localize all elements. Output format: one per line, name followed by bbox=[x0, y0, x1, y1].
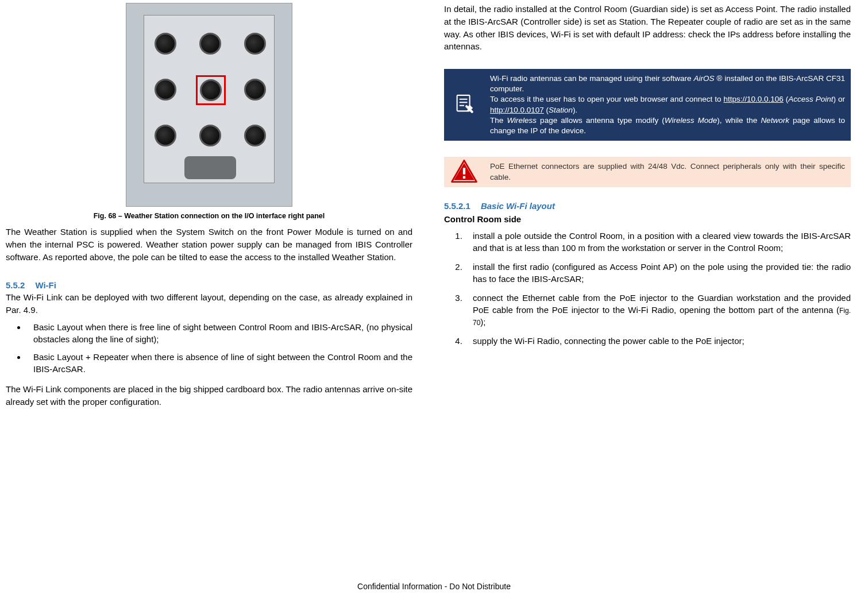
link-station-url[interactable]: http://10.0.0107 bbox=[490, 106, 544, 114]
step-2: install the first radio (configured as A… bbox=[465, 261, 851, 285]
warning-icon bbox=[451, 160, 477, 184]
warning-poe-text: PoE Ethernet connectors are supplied wit… bbox=[484, 157, 851, 187]
radio-detail-paragraph: In detail, the radio installed at the Co… bbox=[444, 3, 851, 53]
bullet-basic-repeater: Basic Layout + Repeater when there is ab… bbox=[26, 351, 412, 375]
note-airos: Wi-Fi radio antennas can be managed usin… bbox=[444, 69, 851, 141]
bullet-basic-layout: Basic Layout when there is free line of … bbox=[26, 321, 412, 345]
step-3: connect the Ethernet cable from the PoE … bbox=[465, 292, 851, 328]
heading-text: Basic Wi-Fi layout bbox=[481, 201, 555, 211]
note-icon-cell bbox=[444, 69, 484, 141]
wifi-components-paragraph: The Wi-Fi Link components are placed in … bbox=[6, 383, 412, 408]
figure-68-image bbox=[126, 3, 292, 207]
svg-rect-2 bbox=[463, 176, 465, 179]
step-4: supply the Wi-Fi Radio, connecting the p… bbox=[465, 335, 851, 347]
note-icon bbox=[452, 91, 477, 118]
figure-highlight-box bbox=[196, 75, 226, 105]
link-access-point-url[interactable]: https://10.0.0.106 bbox=[724, 95, 784, 103]
layout-bullets: Basic Layout when there is free line of … bbox=[6, 321, 412, 375]
wifi-intro-paragraph: The Wi-Fi Link can be deployed with two … bbox=[6, 291, 412, 316]
heading-text: Wi-Fi bbox=[35, 280, 56, 290]
weather-station-paragraph: The Weather Station is supplied when the… bbox=[6, 226, 412, 263]
heading-number: 5.5.2.1 bbox=[444, 201, 470, 211]
figure-68-caption: Fig. 68 – Weather Station connection on … bbox=[6, 212, 412, 220]
heading-5-5-2: 5.5.2Wi-Fi bbox=[6, 280, 412, 290]
warning-poe: PoE Ethernet connectors are supplied wit… bbox=[444, 157, 851, 187]
page-footer: Confidential Information - Do Not Distri… bbox=[0, 582, 868, 591]
left-column: Fig. 68 – Weather Station connection on … bbox=[6, 0, 412, 408]
heading-control-room-side: Control Room side bbox=[444, 214, 851, 224]
heading-5-5-2-1: 5.5.2.1Basic Wi-Fi layout bbox=[444, 201, 851, 211]
warning-icon-cell bbox=[444, 157, 484, 187]
figure-68 bbox=[6, 3, 412, 208]
svg-rect-1 bbox=[463, 168, 465, 174]
note-airos-text: Wi-Fi radio antennas can be managed usin… bbox=[484, 69, 851, 141]
step-1: install a pole outside the Control Room,… bbox=[465, 230, 851, 254]
right-column: In detail, the radio installed at the Co… bbox=[444, 0, 851, 408]
heading-number: 5.5.2 bbox=[6, 280, 25, 290]
control-room-steps: install a pole outside the Control Room,… bbox=[444, 230, 851, 347]
